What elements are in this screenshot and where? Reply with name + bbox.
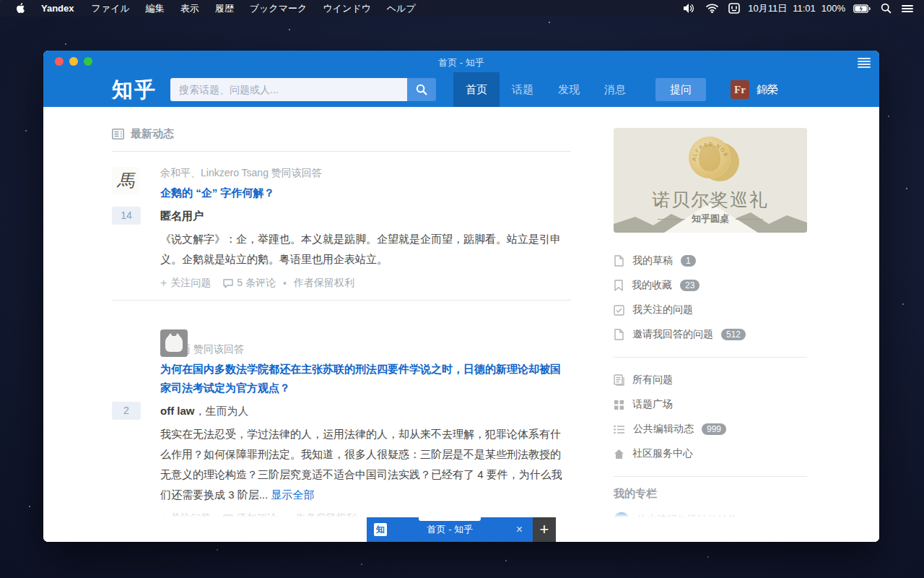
bookmark-icon — [614, 280, 624, 291]
draft-icon — [614, 255, 624, 267]
search-bar — [170, 78, 436, 101]
sidebar-item-all-questions[interactable]: 所有问题 — [614, 368, 807, 392]
plus-icon: + — [160, 277, 167, 289]
vote-count-badge[interactable]: 2 — [112, 402, 141, 420]
rights-label: 作者保留权利 — [294, 277, 354, 290]
user-avatar[interactable]: Fr — [731, 80, 749, 99]
comments-button[interactable]: 5 条评论 — [223, 277, 276, 290]
svg-text:ALFRED.NOBEL: ALFRED.NOBEL — [689, 137, 729, 161]
menubar-bookmarks[interactable]: ブックマーク — [242, 2, 315, 15]
list-icon — [614, 425, 625, 434]
menubar-window[interactable]: ウインドウ — [315, 2, 379, 15]
window-titlebar[interactable]: 首页 - 知乎 — [43, 51, 879, 72]
new-tab-button[interactable]: + — [533, 517, 556, 542]
menubar-date[interactable]: 10月11日 — [748, 2, 787, 15]
menubar-help[interactable]: ヘルプ — [379, 2, 424, 15]
count-badge: 23 — [680, 280, 699, 291]
divider — [614, 357, 807, 358]
menubar-file[interactable]: ファイル — [84, 2, 138, 15]
feed-header: 最新动态 — [112, 107, 571, 152]
questions-icon — [614, 374, 624, 386]
sidebar-item-topic-square[interactable]: 话题广场 — [614, 392, 807, 417]
main-nav: 首页 话题 发现 消息 — [453, 72, 638, 107]
menubar-app-name[interactable]: Yandex — [32, 3, 84, 14]
feed-item: 馬 余和平、Linkzero Tsang 赞同该回答 企鹅的 “企” 字作何解？… — [112, 152, 571, 301]
close-window-button[interactable] — [55, 57, 64, 66]
search-icon — [416, 84, 427, 95]
search-button[interactable] — [407, 78, 436, 101]
browser-menu-icon[interactable] — [858, 56, 871, 69]
voter-avatar-cat[interactable] — [160, 329, 188, 357]
nav-messages[interactable]: 消息 — [592, 72, 638, 107]
voter-avatar-horse[interactable]: 馬 — [112, 167, 139, 194]
author-bio: ，生而为人 — [195, 405, 249, 417]
minimize-window-button[interactable] — [69, 57, 78, 66]
sidebar-item-collections[interactable]: 我的收藏 23 — [614, 273, 807, 298]
traffic-lights — [55, 57, 92, 66]
browser-window: 首页 - 知乎 知乎 首页 话题 发现 消息 提问 Fr 錦榮 — [43, 51, 879, 542]
question-link[interactable]: 为何在国内多数法学院都还在主张苏联的刑法四要件学说之时，日德的新理论却被国家司法… — [160, 360, 571, 397]
question-link[interactable]: 企鹅的 “企” 字作何解？ — [160, 184, 571, 202]
zoom-window-button[interactable] — [84, 57, 92, 66]
grid-icon — [614, 400, 624, 410]
nobel-roundtable-banner[interactable]: ALFRED.NOBEL 诺贝尔奖巡礼 知乎圆桌 — [614, 128, 807, 233]
follow-question-button[interactable]: +关注问题 — [160, 277, 211, 290]
apple-menu[interactable] — [10, 3, 32, 14]
battery-icon[interactable] — [851, 4, 873, 13]
my-columns-heading: 我的专栏 — [614, 487, 807, 501]
count-badge: 1 — [681, 255, 696, 267]
window-title: 首页 - 知乎 — [438, 56, 484, 69]
username: 錦榮 — [757, 83, 778, 97]
item-actions: +关注问题 5 条评论 • 作者保留权利 — [160, 277, 571, 290]
sidebar-item-followed-questions[interactable]: 我关注的问题 — [614, 298, 807, 322]
answer-excerpt: 我实在无法忍受，学过法律的人，运用法律的人，却从来不去理解，犯罪论体系有什么作用… — [160, 424, 571, 505]
sidebar-menu-primary: 我的草稿 1 我的收藏 23 我关注的问题 邀请我回答的问题 512 — [614, 249, 807, 347]
macos-menubar: Yandex ファイル 編集 表示 履歴 ブックマーク ウインドウ ヘルプ 10… — [0, 0, 924, 17]
spotlight-search-icon[interactable] — [879, 3, 894, 14]
search-input[interactable] — [170, 78, 407, 101]
nav-topics[interactable]: 话题 — [500, 72, 546, 107]
ask-question-button[interactable]: 提问 — [655, 78, 706, 101]
menubar-time[interactable]: 11:01 — [793, 3, 816, 14]
sidebar-item-public-edits[interactable]: 公共编辑动态 999 — [614, 417, 807, 441]
checkbox-icon — [614, 305, 624, 316]
show-all-link[interactable]: 显示全部 — [271, 488, 314, 501]
battery-percent[interactable]: 100% — [821, 3, 845, 14]
zhihu-logo[interactable]: 知乎 — [112, 79, 157, 100]
nav-explore[interactable]: 发现 — [546, 72, 592, 107]
feed-item-meta: 余和平、Linkzero Tsang 赞同该回答 — [160, 165, 571, 180]
author-name[interactable]: off law — [160, 405, 195, 417]
count-badge: 512 — [721, 329, 746, 340]
count-badge: 999 — [702, 423, 726, 435]
medal-inscription: ALFRED.NOBEL — [689, 137, 731, 178]
answer-excerpt: 《说文解字》：企，举踵也。本义就是踮脚。企望就是企而望，踮脚看。站立是引申义。企… — [160, 229, 571, 269]
browser-bottom-bar: 知 首页 - 知乎 × + — [43, 517, 879, 542]
page-content: 最新动态 馬 余和平、Linkzero Tsang 赞同该回答 企鹅的 “企” … — [43, 107, 879, 542]
tab-zhihu-home[interactable]: 知 首页 - 知乎 × — [367, 517, 533, 542]
banner-subtitle: 知乎圆桌 — [614, 212, 807, 225]
banner-title: 诺贝尔奖巡礼 — [614, 188, 807, 212]
user-menu[interactable]: Fr 錦榮 — [731, 80, 778, 99]
sidebar-item-drafts[interactable]: 我的草稿 1 — [614, 249, 807, 273]
menubar-view[interactable]: 表示 — [173, 2, 207, 15]
nav-home[interactable]: 首页 — [453, 72, 500, 107]
menubar-history[interactable]: 履歴 — [207, 2, 242, 15]
sidebar-item-community-service[interactable]: 社区服务中心 — [614, 441, 807, 466]
apple-icon — [17, 3, 26, 14]
feed-column: 最新动态 馬 余和平、Linkzero Tsang 赞同该回答 企鹅的 “企” … — [112, 107, 571, 542]
feed-icon — [112, 129, 124, 139]
tab-handle[interactable] — [419, 517, 481, 521]
sidebar-item-invited-questions[interactable]: 邀请我回答的问题 512 — [614, 322, 807, 347]
sidebar: ALFRED.NOBEL 诺贝尔奖巡礼 知乎圆桌 我的草稿 1 — [614, 107, 807, 528]
divider — [614, 476, 807, 477]
menubar-edit[interactable]: 編集 — [138, 2, 173, 15]
tab-strip: 知 首页 - 知乎 × + — [367, 517, 556, 542]
author-name[interactable]: 匿名用户 — [160, 210, 204, 222]
tab-close-icon[interactable]: × — [513, 524, 526, 535]
vote-count-badge[interactable]: 14 — [112, 207, 141, 225]
wifi-icon[interactable] — [704, 4, 720, 13]
volume-icon[interactable] — [681, 4, 698, 13]
notification-center-icon[interactable] — [899, 4, 915, 13]
home-icon — [614, 449, 624, 460]
input-method-icon[interactable] — [726, 3, 742, 14]
